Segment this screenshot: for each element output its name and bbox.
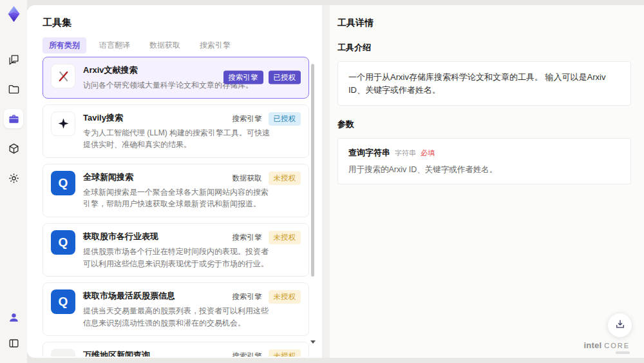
category-tab-2[interactable]: 数据获取 [143,37,187,54]
category-tab-1[interactable]: 语言翻译 [93,37,137,54]
chat-icon[interactable] [4,50,23,69]
scrollbar-thumb[interactable] [311,64,314,277]
tool-description: 提供股票市场各个行业在特定时间段内的表现。投资者可以利用这些信息来识别表现优于或… [83,246,275,270]
tool-description: 提供当天交易量最高的股票列表，投资者可以利用这些信息来识别流动性强的股票和潜在的… [83,305,275,329]
page-title: 工具集 [43,17,322,29]
tool-status-badge: 未授权 [269,290,301,304]
parameter-required-badge: 必填 [421,148,435,158]
download-button[interactable] [608,313,632,337]
tool-category-badge: 搜索引擎 [223,71,263,84]
intro-heading: 工具介绍 [337,42,631,54]
core-brand-text: core [604,342,630,349]
main-content: 工具集 所有类别 语言翻译 数据获取 搜索引擎 Arxiv文献搜索 访问各个研究… [27,5,644,358]
user-avatar-icon[interactable] [4,308,23,327]
tool-category-badge: 搜索引擎 [231,231,263,244]
tool-detail-panel: 工具详情 工具介绍 一个用于从Arxiv存储库搜索科学论文和文章的工具。 输入可… [330,5,644,358]
intel-brand-text: intel [583,340,601,350]
tool-list: Arxiv文献搜索 访问各个研究领域大量科学论文和文章的存储库。 搜索引擎 已授… [43,57,309,357]
tab-label: 数据获取 [149,41,180,50]
scrollbar-down-arrow-icon[interactable] [310,340,316,344]
tool-list-panel: 工具集 所有类别 语言翻译 数据获取 搜索引擎 Arxiv文献搜索 访问各个研究… [27,5,322,358]
stock-blue-icon: Q [51,230,75,255]
tool-category-badge: 数据获取 [231,172,263,185]
params-heading: 参数 [337,119,631,130]
parameter-description: 用于搜索的Arxiv ID、关键字或作者姓名。 [348,164,620,175]
tavily-icon [51,112,75,136]
tool-intro-text: 一个用于从Arxiv存储库搜索科学论文和文章的工具。 输入可以是Arxiv ID… [348,72,605,95]
stock-blue-icon: Q [51,289,75,314]
tool-category-badge: 搜索引擎 [231,290,263,304]
category-tabs: 所有类别 语言翻译 数据获取 搜索引擎 [43,37,307,59]
tool-category-badge: 搜索引擎 [231,349,263,357]
app-logo-icon [5,5,23,23]
tool-list-item[interactable]: Q 获取市场最活跃股票信息 提供当天交易量最高的股票列表，投资者可以利用这些信息… [43,282,309,336]
package-icon[interactable] [4,139,23,158]
tool-status-badge: 已授权 [269,112,301,126]
settings-gear-icon[interactable] [4,168,23,188]
tool-description: 全球新闻搜索是一个聚合全球各大新闻网站内容的搜索引擎，帮助用户快速获取全球最新资… [83,186,275,210]
tool-category-badge: 搜索引擎 [231,112,263,126]
news-blue-icon: Q [51,171,75,195]
news-gray-icon [51,349,75,357]
arxiv-icon [51,64,75,88]
detail-title: 工具详情 [337,5,631,29]
tool-description: 专为人工智能代理 (LLM) 构建的搜索引擎工具。可快速提供实时、准确和真实的结… [83,127,275,151]
tool-status-badge: 未授权 [269,349,301,357]
left-sidebar [0,0,27,363]
tab-label: 搜索引擎 [200,41,231,50]
tool-list-item[interactable]: 万维地区新闻查询 查询具体行政区划内的新闻，快速了解各地新闻动 搜索引擎 未授权 [43,342,309,357]
intel-logo-subtext [616,351,630,354]
panel-toggle-icon[interactable] [4,333,23,353]
tool-status-badge: 未授权 [269,231,301,244]
tab-label: 语言翻译 [99,41,130,50]
parameter-name: 查询字符串 [348,147,390,159]
tool-list-item[interactable]: Q 获取股市各行业表现 提供股票市场各个行业在特定时间段内的表现。投资者可以利用… [43,223,309,277]
tool-status-badge: 未授权 [269,172,301,185]
tool-intro-box: 一个用于从Arxiv存储库搜索科学论文和文章的工具。 输入可以是Arxiv ID… [337,61,631,106]
toolbox-icon[interactable] [4,109,23,128]
parameter-type: 字符串 [395,148,416,158]
intel-core-logo: intel core [583,340,630,354]
tool-list-item[interactable]: Tavily搜索 专为人工智能代理 (LLM) 构建的搜索引擎工具。可快速提供实… [43,104,309,158]
download-icon [614,319,626,333]
tool-status-badge: 已授权 [269,71,301,84]
folder-icon[interactable] [4,79,23,99]
tab-label: 所有类别 [49,41,80,50]
tool-list-item[interactable]: Q 全球新闻搜索 全球新闻搜索是一个聚合全球各大新闻网站内容的搜索引擎，帮助用户… [43,164,309,217]
panel-divider [322,5,330,358]
list-scrollbar[interactable] [311,62,315,354]
tool-list-item[interactable]: Arxiv文献搜索 访问各个研究领域大量科学论文和文章的存储库。 搜索引擎 已授… [43,57,309,99]
category-tab-0[interactable]: 所有类别 [43,37,86,54]
parameter-box: 查询字符串 字符串 必填 用于搜索的Arxiv ID、关键字或作者姓名。 [337,138,631,184]
category-tab-3[interactable]: 搜索引擎 [193,37,237,54]
